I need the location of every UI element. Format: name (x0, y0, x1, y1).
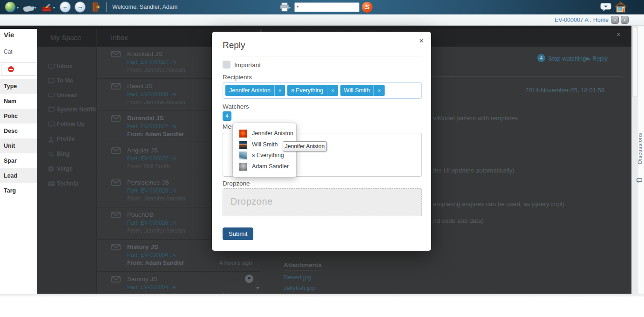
sidebar-title: My Space (37, 29, 96, 41)
list-scroll-down-icon[interactable]: ▼ (256, 286, 260, 290)
sidebar-item-verge[interactable]: Verge (37, 162, 96, 177)
sidebar-item-inbox[interactable]: Inbox (37, 60, 96, 74)
watchers-label: Watchers (223, 103, 249, 110)
envelope-icon (111, 276, 121, 283)
envelope-icon (111, 83, 121, 90)
form-subtitle: Cat (4, 48, 13, 55)
collaboration-bubble-icon[interactable] (600, 3, 611, 11)
attachment-link[interactable]: Desert.jpg (284, 274, 311, 281)
discussions-tab[interactable]: Discussions (637, 133, 643, 164)
recipient-tag: s Everything× (287, 85, 338, 96)
message-timestamp: 2014-November-25, 18:01:58 (511, 87, 604, 94)
submit-button[interactable]: Submit (223, 227, 253, 240)
mail-item-time: 4 hours ago (219, 260, 252, 266)
dialog-title: Reply (223, 40, 245, 50)
application-window: ▾ ▾ ▾ ← → Welcome: Sandler, Adam ▾ S EV-… (0, 0, 644, 317)
message-body-fragment: wModel pattern with templates. (433, 115, 520, 122)
important-checkbox[interactable] (223, 61, 230, 69)
recipients-label: Recipients (223, 74, 252, 81)
dropzone-label: Dropzone (223, 180, 250, 187)
chat-bubble-icon (48, 121, 55, 128)
search-submit-logo[interactable]: S (362, 2, 373, 13)
mail-item[interactable]: Sammy JS Part, EV-000004 : A From: Adam … (97, 272, 260, 294)
page-scrollbar-thumb[interactable] (632, 27, 637, 97)
widget-close-icon[interactable]: × (617, 31, 620, 38)
tools-menu-caret-icon[interactable]: ▾ (53, 6, 55, 10)
remove-recipient-icon[interactable]: × (373, 85, 384, 96)
form-field-label: Polic (0, 109, 37, 124)
message-body-fragment: the UI updates automatically) (433, 167, 515, 174)
history-back-button[interactable]: ‹ (611, 16, 619, 24)
recipients-input[interactable]: Jennifer Aniston× s Everything× Will Smi… (223, 82, 422, 99)
tools-menu-icon[interactable] (41, 2, 53, 13)
chat-bubble-icon (48, 92, 55, 99)
avatar (239, 141, 247, 149)
watchers-count-button[interactable]: 4 (223, 111, 231, 121)
form-field-label: Desc (0, 124, 37, 138)
sidebar-item-profile[interactable]: Profile (37, 132, 96, 147)
sidebar-item-unread[interactable]: Unread (37, 89, 96, 103)
actions-menu-caret-icon[interactable]: ▾ (34, 6, 36, 10)
mail-item-time: 4 hours ago (222, 292, 252, 294)
home-icon[interactable] (615, 1, 627, 13)
enovia-menu-icon[interactable] (5, 1, 16, 13)
welcome-text: Welcome: Sandler, Adam (112, 4, 177, 10)
person-icon (48, 136, 54, 143)
sidebar-item-to-me[interactable]: To Me (37, 74, 96, 89)
remove-recipient-icon[interactable]: × (274, 85, 285, 96)
form-field-label: Spar (0, 153, 37, 168)
sidebar-item-technia[interactable]: Technia (37, 177, 96, 192)
search-type-icon[interactable] (279, 2, 290, 12)
avatar (239, 163, 247, 171)
watcher-count-badge: 4 (537, 54, 545, 62)
envelope-icon (111, 179, 121, 186)
form-field-label: Unit (0, 138, 37, 153)
reply-link[interactable]: Reply (592, 55, 608, 62)
sidebar-item-system-notification[interactable]: System Notification (37, 103, 96, 117)
page-bottom-shadow (0, 294, 644, 297)
chat-bubble-icon (48, 63, 55, 70)
form-field-label: Lead (0, 168, 37, 183)
sidebar-item-bing[interactable]: Bing (37, 147, 96, 162)
back-button[interactable]: ← (60, 1, 71, 13)
search-icon (48, 151, 54, 158)
recipient-tag: Jennifer Aniston× (225, 85, 285, 96)
breadcrumb[interactable]: EV-000007 A : Home (555, 17, 609, 23)
myspace-sidebar: My Space Inbox To Me Unread System Notif… (37, 29, 96, 294)
chat-bubble-icon (48, 107, 55, 113)
form-field-label: Nam (0, 94, 37, 109)
forward-button[interactable]: → (75, 1, 86, 13)
overlay-top-edge (0, 26, 631, 29)
form-field-label: Targ (0, 183, 37, 198)
remove-recipient-icon[interactable]: × (327, 85, 338, 96)
history-forward-button[interactable]: › (621, 16, 629, 24)
attachments-heading: Attachments (284, 262, 322, 270)
envelope-icon (111, 147, 121, 154)
flag-icon[interactable]: ⚑ (245, 275, 253, 283)
attachment-link[interactable]: Jellyfish.jpg (284, 284, 315, 291)
global-search-input[interactable] (294, 2, 359, 12)
envelope-icon (48, 181, 55, 186)
top-toolbar: ▾ ▾ ▾ ← → Welcome: Sandler, Adam ▾ S (0, 0, 644, 14)
avatar (239, 152, 247, 159)
search-type-caret-icon[interactable]: ▾ (289, 6, 291, 10)
message-body-fragment: emplating engines can be used, as jquery… (433, 200, 564, 207)
dropzone-placeholder: Dropzone (230, 196, 273, 207)
envelope-icon (111, 212, 121, 218)
background-form-panel: Vie Cat Type Nam Polic Desc Unit Spar Le… (0, 26, 37, 294)
actions-menu-icon[interactable] (22, 3, 34, 13)
dialog-close-icon[interactable]: × (419, 36, 424, 46)
envelope-icon (111, 244, 121, 250)
stop-watching-link[interactable]: Stop watching (548, 55, 586, 62)
logout-icon[interactable] (91, 1, 101, 13)
sidebar-item-follow-up[interactable]: Follow Up (37, 117, 96, 132)
clear-filter-icon[interactable] (8, 66, 14, 72)
recipient-tag: Will Smith× (340, 85, 385, 96)
dropzone-area[interactable]: Dropzone (223, 188, 422, 216)
form-filter-box[interactable] (1, 62, 36, 76)
discussions-bubble-icon[interactable] (637, 178, 642, 183)
important-label: Important (234, 62, 261, 69)
enovia-menu-caret-icon[interactable]: ▾ (17, 6, 19, 10)
external-link-icon (48, 166, 54, 172)
toolbar-separator (106, 2, 107, 12)
